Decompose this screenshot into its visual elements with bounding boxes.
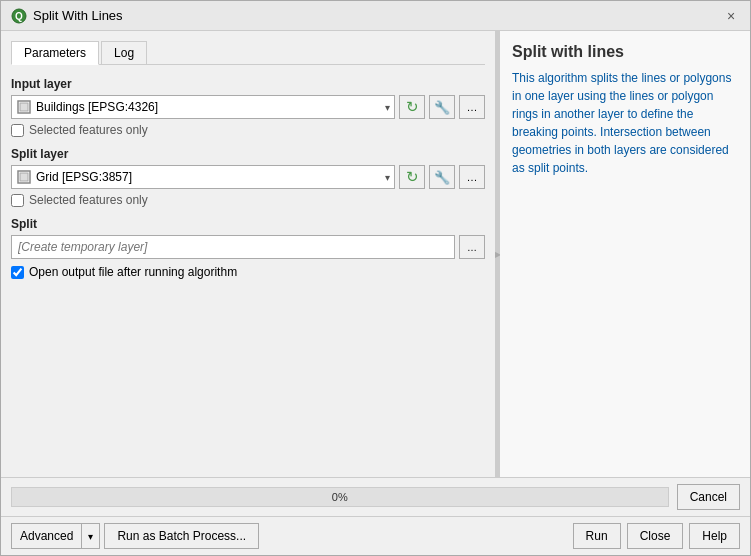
- input-layer-label: Input layer: [11, 77, 485, 91]
- dialog-window: Q Split With Lines × Parameters Log Inpu…: [0, 0, 751, 556]
- advanced-dropdown-icon: ▾: [88, 531, 93, 542]
- title-bar: Q Split With Lines ×: [1, 1, 750, 31]
- split-layer-more-button[interactable]: …: [459, 165, 485, 189]
- split-features-only-row: Selected features only: [11, 193, 485, 207]
- input-selected-features-label: Selected features only: [29, 123, 148, 137]
- split-layer-row: Grid [EPSG:3857] ▾ ↻ 🔧 …: [11, 165, 485, 189]
- window-title: Split With Lines: [33, 8, 123, 23]
- output-more-button[interactable]: …: [459, 235, 485, 259]
- run-button[interactable]: Run: [573, 523, 621, 549]
- output-row: …: [11, 235, 485, 259]
- right-panel-title: Split with lines: [512, 43, 738, 61]
- open-output-row: Open output file after running algorithm: [11, 265, 485, 279]
- close-button[interactable]: Close: [627, 523, 684, 549]
- split-layer-poly-icon: [16, 169, 32, 185]
- bottom-right-buttons: Run Close Help: [573, 523, 740, 549]
- close-window-button[interactable]: ×: [722, 7, 740, 25]
- progress-bar-label: 0%: [332, 491, 348, 503]
- advanced-split-button: Advanced ▾: [11, 523, 100, 549]
- split-layer-select[interactable]: Grid [EPSG:3857] ▾: [11, 165, 395, 189]
- svg-text:Q: Q: [15, 11, 23, 22]
- input-layer-select-inner: Buildings [EPSG:4326]: [16, 99, 385, 115]
- split-selected-features-checkbox[interactable]: [11, 194, 24, 207]
- input-layer-sync-button[interactable]: ↻: [399, 95, 425, 119]
- ellipsis-icon: …: [467, 101, 478, 113]
- output-ellipsis-icon: …: [467, 242, 477, 253]
- left-panel: Parameters Log Input layer Buildings [EP…: [1, 31, 496, 477]
- sync-icon-2: ↻: [406, 168, 419, 186]
- split-output-label: Split: [11, 217, 485, 231]
- description-text-1: This algorithm splits the lines or polyg…: [512, 71, 731, 175]
- open-output-label: Open output file after running algorithm: [29, 265, 237, 279]
- input-layer-select[interactable]: Buildings [EPSG:4326] ▾: [11, 95, 395, 119]
- split-layer-value: Grid [EPSG:3857]: [36, 170, 132, 184]
- title-bar-left: Q Split With Lines: [11, 8, 123, 24]
- cancel-button[interactable]: Cancel: [677, 484, 740, 510]
- output-path-input[interactable]: [11, 235, 455, 259]
- input-selected-features-checkbox[interactable]: [11, 124, 24, 137]
- description-text-2: .: [585, 161, 588, 175]
- progress-bar-area: 0% Cancel: [1, 477, 750, 516]
- help-button[interactable]: Help: [689, 523, 740, 549]
- bottom-left-buttons: Advanced ▾ Run as Batch Process...: [11, 523, 259, 549]
- input-layer-value: Buildings [EPSG:4326]: [36, 100, 158, 114]
- qgis-icon: Q: [11, 8, 27, 24]
- tab-parameters[interactable]: Parameters: [11, 41, 99, 65]
- advanced-button[interactable]: Advanced: [11, 523, 82, 549]
- tab-log[interactable]: Log: [101, 41, 147, 65]
- input-layer-poly-icon: [16, 99, 32, 115]
- split-selected-features-label: Selected features only: [29, 193, 148, 207]
- main-content: Parameters Log Input layer Buildings [EP…: [1, 31, 750, 477]
- batch-process-button[interactable]: Run as Batch Process...: [104, 523, 259, 549]
- split-layer-settings-button[interactable]: 🔧: [429, 165, 455, 189]
- input-layer-dropdown-icon: ▾: [385, 102, 390, 113]
- input-features-only-row: Selected features only: [11, 123, 485, 137]
- input-layer-settings-button[interactable]: 🔧: [429, 95, 455, 119]
- progress-bar: 0%: [11, 487, 669, 507]
- open-output-checkbox[interactable]: [11, 266, 24, 279]
- split-layer-select-inner: Grid [EPSG:3857]: [16, 169, 385, 185]
- right-panel: Split with lines This algorithm splits t…: [500, 31, 750, 477]
- right-panel-description: This algorithm splits the lines or polyg…: [512, 69, 738, 177]
- split-layer-sync-button[interactable]: ↻: [399, 165, 425, 189]
- split-points-link[interactable]: split points: [528, 161, 585, 175]
- ellipsis-icon-2: …: [467, 171, 478, 183]
- svg-rect-5: [20, 173, 28, 181]
- wrench-icon-2: 🔧: [434, 170, 450, 185]
- input-layer-more-button[interactable]: …: [459, 95, 485, 119]
- input-layer-row: Buildings [EPSG:4326] ▾ ↻ 🔧 …: [11, 95, 485, 119]
- tab-bar: Parameters Log: [11, 41, 485, 65]
- bottom-buttons: Advanced ▾ Run as Batch Process... Run C…: [1, 516, 750, 555]
- sync-icon: ↻: [406, 98, 419, 116]
- split-layer-dropdown-icon: ▾: [385, 172, 390, 183]
- advanced-dropdown-button[interactable]: ▾: [82, 523, 100, 549]
- svg-rect-3: [20, 103, 28, 111]
- split-layer-label: Split layer: [11, 147, 485, 161]
- wrench-icon: 🔧: [434, 100, 450, 115]
